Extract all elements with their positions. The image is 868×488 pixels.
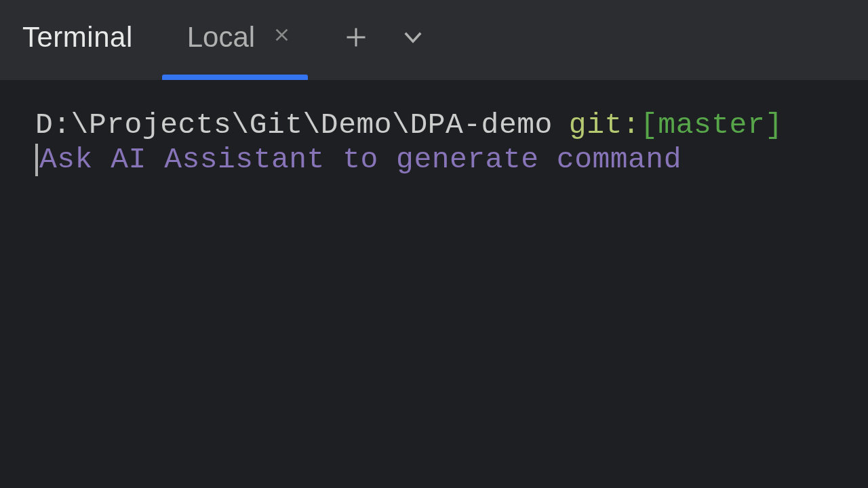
plus-icon <box>344 25 368 49</box>
terminal-header: Terminal Local <box>0 0 868 80</box>
tab-label: Local <box>187 21 255 54</box>
git-label: git: <box>569 108 640 143</box>
current-path: D:\Projects\Git\Demo\DPA-demo <box>35 108 553 143</box>
ai-assistant-placeholder: Ask AI Assistant to generate command <box>39 143 682 178</box>
active-tab-indicator <box>162 75 308 80</box>
close-icon <box>273 26 291 44</box>
terminal-options-button[interactable] <box>402 30 424 44</box>
new-tab-button[interactable] <box>344 25 368 49</box>
close-tab-button[interactable] <box>273 26 291 44</box>
terminal-title: Terminal <box>22 21 133 54</box>
git-branch: master <box>658 108 765 143</box>
branch-bracket-open: [ <box>640 108 658 143</box>
command-input-line[interactable]: Ask AI Assistant to generate command <box>35 143 868 178</box>
text-cursor <box>35 144 38 176</box>
tab-local[interactable]: Local <box>179 0 304 80</box>
branch-bracket-close: ] <box>765 108 783 143</box>
terminal-body[interactable]: D:\Projects\Git\Demo\DPA-demo git: [ mas… <box>0 80 868 177</box>
tab-container: Local <box>179 0 424 80</box>
chevron-down-icon <box>402 30 424 44</box>
prompt-line: D:\Projects\Git\Demo\DPA-demo git: [ mas… <box>35 108 868 143</box>
